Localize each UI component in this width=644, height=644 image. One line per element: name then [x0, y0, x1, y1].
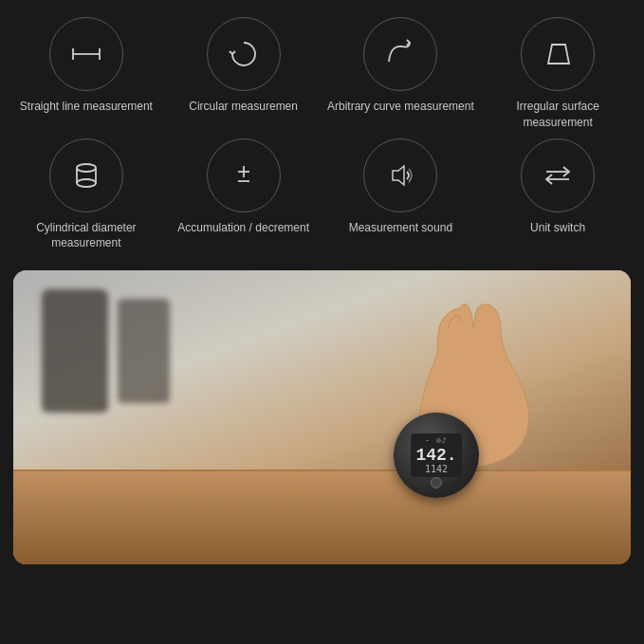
svg-marker-11 — [393, 166, 404, 185]
feature-accumulation: Accumulation / decrement — [167, 138, 321, 252]
feature-unit-switch: Unit switch — [481, 138, 635, 252]
device-body: - ⊙♪ 142. 1142 — [394, 413, 479, 498]
arbitrary-curve-icon — [381, 35, 419, 73]
measurement-device: - ⊙♪ 142. 1142 — [394, 413, 479, 498]
product-photo: - ⊙♪ 142. 1142 — [13, 270, 631, 564]
accumulation-icon — [225, 156, 263, 194]
device-button — [431, 477, 442, 488]
svg-point-7 — [77, 179, 96, 187]
accumulation-icon-circle — [207, 138, 281, 212]
straight-line-icon — [67, 35, 105, 73]
straight-line-label: Straight line measurement — [20, 99, 153, 115]
arbitrary-curve-label: Arbitrary curve measurement — [327, 99, 474, 115]
cylindrical-icon — [67, 156, 105, 194]
unit-switch-icon — [539, 156, 577, 194]
accumulation-label: Accumulation / decrement — [177, 220, 309, 236]
unit-switch-icon-circle — [521, 138, 595, 212]
photo-background: - ⊙♪ 142. 1142 — [13, 270, 631, 564]
bg-jar-right — [118, 299, 170, 403]
device-screen-icons: - ⊙♪ — [425, 436, 447, 445]
svg-marker-3 — [548, 45, 569, 64]
feature-straight-line: Straight line measurement — [9, 17, 163, 131]
sound-label: Measurement sound — [349, 220, 452, 236]
sound-icon — [381, 156, 419, 194]
circular-label: Circular measuremen — [189, 99, 298, 115]
device-reading-sub: 1142 — [425, 464, 448, 474]
circular-icon-circle — [207, 17, 281, 91]
irregular-surface-label: Irregular surface measurement — [481, 99, 635, 131]
cylindrical-label: Cylindrical diameter measurement — [9, 220, 163, 252]
features-grid: Straight line measurement Circular measu… — [0, 0, 644, 261]
straight-line-icon-circle — [49, 17, 123, 91]
irregular-surface-icon-circle — [521, 17, 595, 91]
feature-sound: Measurement sound — [324, 138, 478, 252]
bg-jar-left — [42, 289, 108, 413]
feature-circular: Circular measuremen — [167, 17, 321, 131]
cylindrical-icon-circle — [49, 138, 123, 212]
irregular-surface-icon — [539, 35, 577, 73]
feature-arbitrary-curve: Arbitrary curve measurement — [324, 17, 478, 131]
svg-point-4 — [77, 164, 96, 172]
device-screen: - ⊙♪ 142. 1142 — [411, 433, 462, 477]
feature-irregular-surface: Irregular surface measurement — [481, 17, 635, 131]
sound-icon-circle — [363, 138, 437, 212]
unit-switch-label: Unit switch — [530, 220, 585, 236]
arbitrary-curve-icon-circle — [363, 17, 437, 91]
device-reading-main: 142. — [415, 447, 456, 464]
circular-icon — [225, 35, 263, 73]
feature-cylindrical: Cylindrical diameter measurement — [9, 138, 163, 252]
